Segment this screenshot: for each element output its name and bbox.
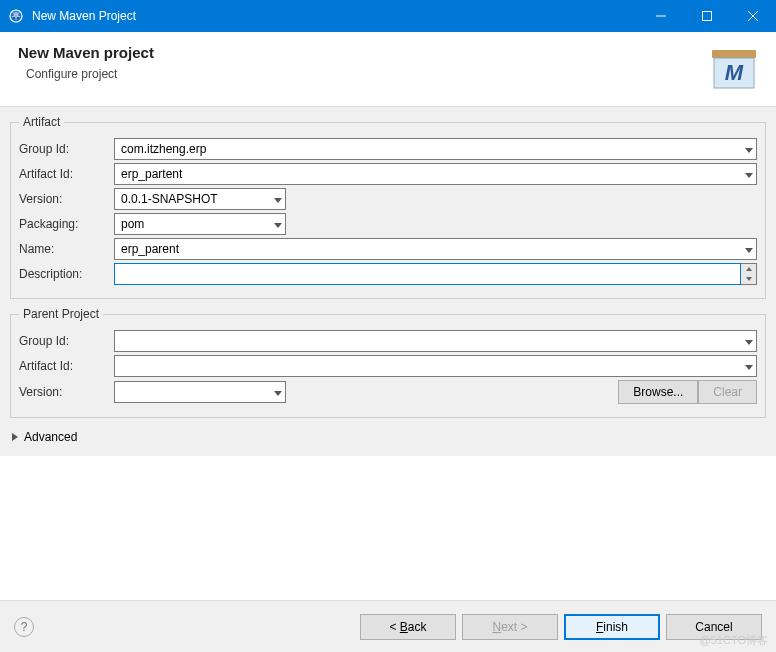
browse-button[interactable]: Browse... <box>618 380 698 404</box>
minimize-button[interactable] <box>638 0 684 32</box>
window-title: New Maven Project <box>32 9 638 23</box>
description-spinner[interactable] <box>741 263 757 285</box>
version-label: Version: <box>19 192 114 206</box>
group-id-field[interactable] <box>114 138 757 160</box>
parent-group-id-label: Group Id: <box>19 334 114 348</box>
dialog-header: New Maven project Configure project M <box>0 32 776 107</box>
version-field[interactable] <box>114 188 286 210</box>
parent-version-field[interactable] <box>114 381 286 403</box>
back-button[interactable]: < Back <box>360 614 456 640</box>
svg-rect-6 <box>712 50 756 58</box>
artifact-id-label: Artifact Id: <box>19 167 114 181</box>
parent-version-label: Version: <box>19 385 114 399</box>
advanced-toggle[interactable]: Advanced <box>10 426 766 448</box>
name-field[interactable] <box>114 238 757 260</box>
triangle-right-icon <box>12 430 18 444</box>
titlebar: New Maven Project <box>0 0 776 32</box>
group-id-label: Group Id: <box>19 142 114 156</box>
next-button[interactable]: Next > <box>462 614 558 640</box>
packaging-label: Packaging: <box>19 217 114 231</box>
advanced-label: Advanced <box>24 430 77 444</box>
parent-group-id-field[interactable] <box>114 330 757 352</box>
svg-rect-3 <box>703 12 712 21</box>
name-label: Name: <box>19 242 114 256</box>
spinner-down-icon <box>741 274 756 284</box>
footer: ? < Back Next > Finish Cancel <box>0 600 776 652</box>
parent-artifact-id-label: Artifact Id: <box>19 359 114 373</box>
artifact-legend: Artifact <box>19 115 64 129</box>
maven-icon: M <box>710 44 758 92</box>
page-subtitle: Configure project <box>26 67 710 81</box>
clear-button[interactable]: Clear <box>698 380 757 404</box>
spinner-up-icon <box>741 264 756 274</box>
packaging-field[interactable] <box>114 213 286 235</box>
watermark: @51CTO博客 <box>700 633 768 648</box>
page-title: New Maven project <box>18 44 710 61</box>
eclipse-icon <box>8 8 24 24</box>
close-button[interactable] <box>730 0 776 32</box>
help-button[interactable]: ? <box>14 617 34 637</box>
artifact-group: Artifact Group Id: Artifact Id: Version:… <box>10 115 766 299</box>
parent-legend: Parent Project <box>19 307 103 321</box>
svg-text:M: M <box>725 60 744 85</box>
finish-button[interactable]: Finish <box>564 614 660 640</box>
description-field[interactable] <box>114 263 741 285</box>
parent-project-group: Parent Project Group Id: Artifact Id: Ve… <box>10 307 766 418</box>
parent-artifact-id-field[interactable] <box>114 355 757 377</box>
maximize-button[interactable] <box>684 0 730 32</box>
description-label: Description: <box>19 267 114 281</box>
artifact-id-field[interactable] <box>114 163 757 185</box>
